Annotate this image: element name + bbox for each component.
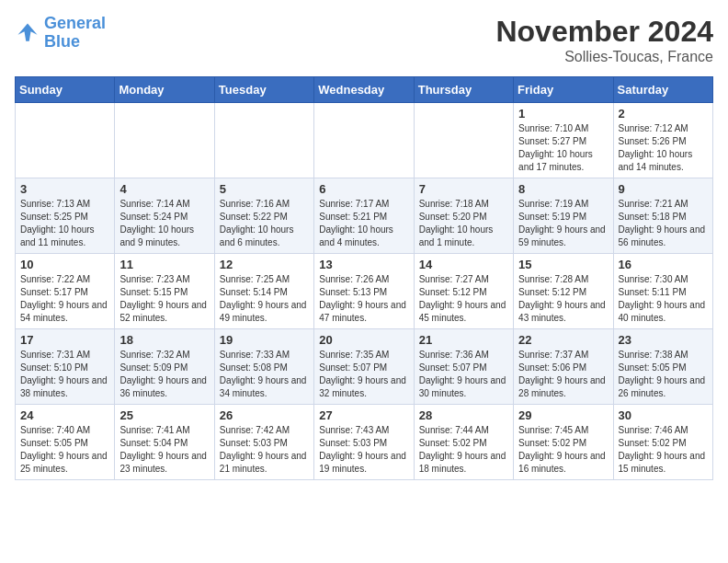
calendar-cell bbox=[414, 103, 513, 178]
day-info: Sunrise: 7:18 AM Sunset: 5:20 PM Dayligh… bbox=[419, 198, 508, 249]
logo-line1: General bbox=[44, 14, 106, 32]
day-number: 25 bbox=[119, 408, 209, 422]
day-info: Sunrise: 7:13 AM Sunset: 5:25 PM Dayligh… bbox=[20, 198, 109, 249]
week-row-3: 10Sunrise: 7:22 AM Sunset: 5:17 PM Dayli… bbox=[16, 254, 713, 329]
calendar-cell: 26Sunrise: 7:42 AM Sunset: 5:03 PM Dayli… bbox=[214, 405, 313, 480]
calendar-cell: 22Sunrise: 7:37 AM Sunset: 5:06 PM Dayli… bbox=[514, 329, 613, 405]
day-number: 22 bbox=[518, 333, 608, 347]
calendar-cell: 9Sunrise: 7:21 AM Sunset: 5:18 PM Daylig… bbox=[613, 178, 712, 254]
day-info: Sunrise: 7:27 AM Sunset: 5:12 PM Dayligh… bbox=[419, 273, 508, 325]
calendar-cell: 29Sunrise: 7:45 AM Sunset: 5:02 PM Dayli… bbox=[514, 405, 613, 480]
calendar-cell: 18Sunrise: 7:32 AM Sunset: 5:09 PM Dayli… bbox=[115, 329, 214, 405]
day-info: Sunrise: 7:44 AM Sunset: 5:02 PM Dayligh… bbox=[419, 424, 508, 476]
calendar-cell bbox=[16, 103, 115, 178]
day-number: 27 bbox=[319, 408, 408, 422]
calendar-body: 1Sunrise: 7:10 AM Sunset: 5:27 PM Daylig… bbox=[16, 103, 713, 480]
calendar-cell: 17Sunrise: 7:31 AM Sunset: 5:10 PM Dayli… bbox=[16, 329, 115, 405]
calendar-cell: 3Sunrise: 7:13 AM Sunset: 5:25 PM Daylig… bbox=[16, 178, 115, 254]
calendar-cell: 13Sunrise: 7:26 AM Sunset: 5:13 PM Dayli… bbox=[314, 254, 414, 329]
day-info: Sunrise: 7:22 AM Sunset: 5:17 PM Dayligh… bbox=[20, 273, 109, 325]
day-number: 28 bbox=[419, 408, 508, 422]
day-info: Sunrise: 7:14 AM Sunset: 5:24 PM Dayligh… bbox=[119, 198, 209, 249]
calendar-cell bbox=[115, 103, 214, 178]
day-info: Sunrise: 7:28 AM Sunset: 5:12 PM Dayligh… bbox=[518, 273, 608, 325]
day-number: 11 bbox=[119, 258, 209, 271]
col-header-saturday: Saturday bbox=[613, 77, 712, 103]
main-title: November 2024 bbox=[495, 15, 713, 49]
svg-marker-0 bbox=[18, 23, 38, 40]
col-header-friday: Friday bbox=[514, 77, 613, 103]
day-number: 17 bbox=[20, 333, 109, 347]
day-number: 30 bbox=[619, 408, 708, 422]
day-info: Sunrise: 7:45 AM Sunset: 5:02 PM Dayligh… bbox=[518, 424, 608, 476]
calendar-cell: 23Sunrise: 7:38 AM Sunset: 5:05 PM Dayli… bbox=[613, 329, 712, 405]
col-header-thursday: Thursday bbox=[414, 77, 513, 103]
calendar-cell: 7Sunrise: 7:18 AM Sunset: 5:20 PM Daylig… bbox=[414, 178, 513, 254]
calendar-cell: 25Sunrise: 7:41 AM Sunset: 5:04 PM Dayli… bbox=[115, 405, 214, 480]
day-number: 21 bbox=[419, 333, 508, 347]
calendar-cell: 16Sunrise: 7:30 AM Sunset: 5:11 PM Dayli… bbox=[613, 254, 712, 329]
day-number: 20 bbox=[319, 333, 408, 347]
week-row-5: 24Sunrise: 7:40 AM Sunset: 5:05 PM Dayli… bbox=[16, 405, 713, 480]
day-info: Sunrise: 7:36 AM Sunset: 5:07 PM Dayligh… bbox=[419, 349, 508, 400]
col-header-wednesday: Wednesday bbox=[314, 77, 414, 103]
header-row: SundayMondayTuesdayWednesdayThursdayFrid… bbox=[16, 77, 713, 103]
day-number: 9 bbox=[619, 182, 708, 196]
day-info: Sunrise: 7:37 AM Sunset: 5:06 PM Dayligh… bbox=[518, 349, 608, 400]
logo: General Blue bbox=[15, 15, 106, 52]
logo-text: General Blue bbox=[44, 15, 106, 52]
calendar-cell: 5Sunrise: 7:16 AM Sunset: 5:22 PM Daylig… bbox=[214, 178, 313, 254]
calendar-cell: 11Sunrise: 7:23 AM Sunset: 5:15 PM Dayli… bbox=[115, 254, 214, 329]
calendar-cell: 6Sunrise: 7:17 AM Sunset: 5:21 PM Daylig… bbox=[314, 178, 414, 254]
logo-line2: Blue bbox=[44, 32, 80, 51]
day-info: Sunrise: 7:41 AM Sunset: 5:04 PM Dayligh… bbox=[119, 424, 209, 476]
day-info: Sunrise: 7:40 AM Sunset: 5:05 PM Dayligh… bbox=[20, 424, 109, 476]
day-number: 15 bbox=[518, 258, 608, 271]
calendar-table: SundayMondayTuesdayWednesdayThursdayFrid… bbox=[15, 76, 713, 480]
day-number: 26 bbox=[220, 408, 309, 422]
col-header-monday: Monday bbox=[115, 77, 214, 103]
day-number: 13 bbox=[319, 258, 408, 271]
calendar-cell: 19Sunrise: 7:33 AM Sunset: 5:08 PM Dayli… bbox=[214, 329, 313, 405]
week-row-1: 1Sunrise: 7:10 AM Sunset: 5:27 PM Daylig… bbox=[16, 103, 713, 178]
calendar-cell bbox=[214, 103, 313, 178]
week-row-2: 3Sunrise: 7:13 AM Sunset: 5:25 PM Daylig… bbox=[16, 178, 713, 254]
logo-icon bbox=[15, 20, 40, 46]
calendar-cell: 12Sunrise: 7:25 AM Sunset: 5:14 PM Dayli… bbox=[214, 254, 313, 329]
day-number: 4 bbox=[119, 182, 209, 196]
calendar-cell bbox=[314, 103, 414, 178]
day-number: 18 bbox=[119, 333, 209, 347]
day-number: 12 bbox=[220, 258, 309, 271]
day-info: Sunrise: 7:42 AM Sunset: 5:03 PM Dayligh… bbox=[220, 424, 309, 476]
day-info: Sunrise: 7:17 AM Sunset: 5:21 PM Dayligh… bbox=[319, 198, 408, 249]
calendar-header: SundayMondayTuesdayWednesdayThursdayFrid… bbox=[16, 77, 713, 103]
subtitle: Sollies-Toucas, France bbox=[495, 49, 713, 65]
day-info: Sunrise: 7:32 AM Sunset: 5:09 PM Dayligh… bbox=[119, 349, 209, 400]
day-info: Sunrise: 7:21 AM Sunset: 5:18 PM Dayligh… bbox=[619, 198, 708, 249]
day-info: Sunrise: 7:19 AM Sunset: 5:19 PM Dayligh… bbox=[518, 198, 608, 249]
day-number: 2 bbox=[619, 107, 708, 121]
day-number: 29 bbox=[518, 408, 608, 422]
day-number: 16 bbox=[619, 258, 708, 271]
calendar-cell: 28Sunrise: 7:44 AM Sunset: 5:02 PM Dayli… bbox=[414, 405, 513, 480]
day-info: Sunrise: 7:43 AM Sunset: 5:03 PM Dayligh… bbox=[319, 424, 408, 476]
day-number: 19 bbox=[220, 333, 309, 347]
week-row-4: 17Sunrise: 7:31 AM Sunset: 5:10 PM Dayli… bbox=[16, 329, 713, 405]
day-number: 14 bbox=[419, 258, 508, 271]
calendar-cell: 14Sunrise: 7:27 AM Sunset: 5:12 PM Dayli… bbox=[414, 254, 513, 329]
calendar-cell: 8Sunrise: 7:19 AM Sunset: 5:19 PM Daylig… bbox=[514, 178, 613, 254]
calendar-cell: 2Sunrise: 7:12 AM Sunset: 5:26 PM Daylig… bbox=[613, 103, 712, 178]
day-number: 3 bbox=[20, 182, 109, 196]
day-info: Sunrise: 7:16 AM Sunset: 5:22 PM Dayligh… bbox=[220, 198, 309, 249]
day-info: Sunrise: 7:23 AM Sunset: 5:15 PM Dayligh… bbox=[119, 273, 209, 325]
day-number: 5 bbox=[220, 182, 309, 196]
day-info: Sunrise: 7:38 AM Sunset: 5:05 PM Dayligh… bbox=[619, 349, 708, 400]
day-info: Sunrise: 7:30 AM Sunset: 5:11 PM Dayligh… bbox=[619, 273, 708, 325]
day-info: Sunrise: 7:46 AM Sunset: 5:02 PM Dayligh… bbox=[619, 424, 708, 476]
day-number: 10 bbox=[20, 258, 109, 271]
day-info: Sunrise: 7:35 AM Sunset: 5:07 PM Dayligh… bbox=[319, 349, 408, 400]
page-header: General Blue November 2024 Sollies-Touca… bbox=[15, 15, 713, 65]
calendar-cell: 21Sunrise: 7:36 AM Sunset: 5:07 PM Dayli… bbox=[414, 329, 513, 405]
title-block: November 2024 Sollies-Toucas, France bbox=[495, 15, 713, 65]
calendar-cell: 10Sunrise: 7:22 AM Sunset: 5:17 PM Dayli… bbox=[16, 254, 115, 329]
